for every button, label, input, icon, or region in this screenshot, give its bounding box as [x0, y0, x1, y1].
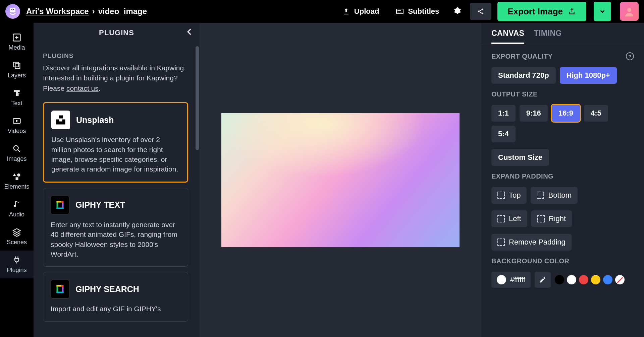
quality-standard-button[interactable]: Standard 720p [491, 67, 556, 84]
nav-media-label: Media [8, 44, 25, 51]
stack-icon [12, 227, 21, 237]
upload-button[interactable]: Upload [337, 4, 385, 18]
panel-title: PLUGINS [99, 28, 134, 37]
nav-layers-label: Layers [8, 72, 26, 79]
subtitles-label: Subtitles [408, 7, 439, 16]
ratio-5-4-button[interactable]: 5:4 [491, 126, 516, 142]
panel-collapse-button[interactable] [185, 27, 194, 39]
padding-top-button[interactable]: Top [491, 187, 527, 204]
nav-videos-label: Videos [8, 128, 26, 135]
plugins-panel: PLUGINS PLUGINS Discover all integration… [34, 23, 200, 337]
ratio-9-16-button[interactable]: 9:16 [520, 105, 548, 122]
nav-audio-label: Audio [9, 211, 24, 218]
padding-left-button[interactable]: Left [491, 210, 527, 227]
plugins-section-heading: PLUGINS [43, 52, 188, 60]
export-button[interactable]: Export Image [497, 2, 586, 21]
nav-videos[interactable]: Videos [0, 112, 34, 139]
nav-text-label: Text [11, 100, 22, 107]
svg-point-1 [11, 9, 12, 10]
app-logo[interactable] [5, 4, 20, 19]
eyedropper-button[interactable] [535, 272, 551, 288]
breadcrumb-chevron-icon: › [92, 7, 95, 16]
nav-plugins[interactable]: Plugins [0, 251, 34, 278]
ratio-4-5-button[interactable]: 4:5 [584, 105, 608, 122]
svg-rect-26 [57, 285, 62, 287]
svg-rect-21 [57, 201, 62, 203]
nav-plugins-label: Plugins [7, 267, 26, 274]
swatch-red[interactable] [579, 275, 588, 284]
nav-elements-label: Elements [4, 183, 29, 190]
svg-text:T: T [17, 92, 20, 96]
quality-high-button[interactable]: High 1080p+ [560, 67, 617, 84]
svg-rect-13 [15, 64, 20, 68]
plugin-name: GIPHY TEXT [75, 200, 125, 210]
canvas[interactable] [221, 113, 460, 247]
swatch-blue[interactable] [603, 275, 612, 284]
breadcrumb: Ari's Workspace › video_image [26, 7, 147, 16]
help-icon[interactable]: ? [626, 52, 634, 60]
remove-padding-button[interactable]: Remove Padding [491, 234, 572, 251]
plugin-card-unsplash[interactable]: Unsplash Use Unsplash's inventory of ove… [43, 102, 188, 183]
export-dropdown-button[interactable] [594, 2, 611, 21]
svg-rect-5 [400, 12, 402, 12]
plugin-card-giphy-search[interactable]: GIPHY SEARCH Import and edit any GIF in … [43, 272, 188, 321]
nav-audio[interactable]: Audio [0, 195, 34, 223]
padding-bottom-button[interactable]: Bottom [531, 187, 578, 204]
padding-right-button[interactable]: Right [531, 210, 572, 227]
swatch-white[interactable] [567, 275, 576, 284]
video-icon [12, 116, 21, 126]
bg-hex-field[interactable]: #ffffff [491, 272, 531, 288]
nav-images[interactable]: Images [0, 139, 34, 167]
nav-scenes-label: Scenes [7, 239, 27, 246]
contact-us-link[interactable]: contact us [66, 84, 99, 92]
plugins-description: Discover all integrations available in K… [43, 63, 188, 93]
tab-timing[interactable]: TIMING [534, 29, 562, 44]
subtitles-button[interactable]: Subtitles [390, 4, 444, 18]
project-name: video_image [98, 7, 147, 16]
dashed-box-icon [537, 215, 545, 222]
nav-text[interactable]: T Text [0, 84, 34, 112]
shapes-icon [12, 172, 21, 181]
swatch-yellow[interactable] [591, 275, 600, 284]
nav-media[interactable]: Media [0, 28, 34, 56]
settings-button[interactable] [450, 4, 464, 19]
gear-icon [453, 7, 461, 15]
svg-rect-27 [57, 292, 64, 293]
chevron-left-icon [185, 27, 194, 37]
layers-icon [12, 61, 21, 70]
person-icon [623, 5, 635, 17]
swatch-black[interactable] [555, 275, 564, 284]
share-icon [477, 7, 485, 15]
nav-elements[interactable]: Elements [0, 167, 34, 195]
ratio-1-1-button[interactable]: 1:1 [491, 105, 516, 122]
dashed-box-icon [537, 192, 544, 199]
svg-rect-6 [397, 10, 401, 11]
svg-rect-18 [16, 177, 18, 180]
expand-padding-heading: EXPAND PADDING [491, 173, 634, 180]
nav-scenes[interactable]: Scenes [0, 223, 34, 251]
plugin-card-giphy-text[interactable]: GIPHY TEXT Enter any text to instantly g… [43, 188, 188, 267]
custom-size-button[interactable]: Custom Size [491, 149, 549, 166]
svg-rect-4 [397, 12, 399, 12]
giphy-icon [51, 196, 69, 214]
tab-canvas[interactable]: CANVAS [491, 29, 524, 44]
upload-icon [342, 7, 350, 15]
export-label: Export Image [507, 6, 563, 17]
upload-label: Upload [354, 7, 379, 16]
swatch-none[interactable] [615, 275, 625, 284]
workspace-link[interactable]: Ari's Workspace [26, 7, 89, 16]
output-size-heading: OUTPUT SIZE [491, 90, 634, 98]
plugin-description: Use Unsplash's inventory of over 2 milli… [51, 135, 180, 174]
user-avatar[interactable] [620, 2, 639, 21]
giphy-icon [51, 280, 69, 298]
music-icon [12, 200, 21, 209]
nav-layers[interactable]: Layers [0, 56, 34, 84]
panel-scrollbar[interactable] [196, 46, 199, 150]
color-swatches [555, 275, 625, 284]
share-button[interactable] [470, 3, 491, 20]
dashed-box-icon [497, 215, 505, 222]
svg-point-10 [627, 8, 631, 12]
left-nav: Media Layers T Text Videos Images Elemen… [0, 23, 34, 337]
ratio-16-9-button[interactable]: 16:9 [552, 105, 580, 122]
dashed-box-icon [497, 239, 505, 246]
